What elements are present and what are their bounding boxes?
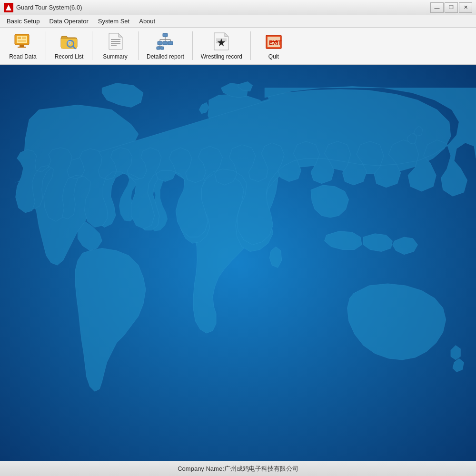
- window-controls: — ❐ ✕: [430, 2, 472, 13]
- maximize-button[interactable]: ❐: [445, 2, 458, 13]
- wrestling-record-icon: [211, 31, 231, 51]
- window-title: Guard Tour System(6.0): [16, 4, 82, 11]
- svg-rect-8: [18, 40, 26, 42]
- title-bar: Guard Tour System(6.0) — ❐ ✕: [0, 0, 476, 15]
- svg-rect-5: [18, 47, 26, 48]
- quit-label: Quit: [268, 53, 279, 60]
- divider-1: [46, 31, 46, 60]
- status-bar: Company Name:广州成鸡电子科技有限公司: [0, 461, 476, 476]
- svg-text:EXIT: EXIT: [269, 40, 282, 46]
- quit-icon: EXIT: [264, 31, 284, 51]
- divider-3: [138, 31, 139, 60]
- svg-rect-22: [158, 41, 162, 45]
- read-data-button[interactable]: Read Data: [4, 29, 42, 62]
- summary-label: Summary: [103, 53, 127, 60]
- menu-system-set[interactable]: System Set: [93, 16, 134, 26]
- svg-rect-4: [20, 45, 24, 47]
- divider-2: [92, 31, 92, 60]
- status-text: Company Name:广州成鸡电子科技有限公司: [178, 465, 298, 473]
- divider-4: [192, 31, 193, 60]
- svg-rect-7: [22, 37, 26, 39]
- menu-bar: Basic Setup Data Operator System Set Abo…: [0, 15, 476, 28]
- read-data-label: Read Data: [9, 53, 36, 60]
- menu-about[interactable]: About: [134, 16, 160, 26]
- divider-5: [250, 31, 251, 60]
- close-button[interactable]: ✕: [459, 2, 472, 13]
- detailed-report-label: Detailed report: [147, 53, 184, 60]
- record-list-icon: [59, 31, 79, 51]
- wrestling-record-label: Wrestling record: [201, 53, 242, 60]
- svg-rect-6: [18, 37, 21, 39]
- world-map: [0, 65, 476, 461]
- record-list-label: Record List: [55, 53, 84, 60]
- read-data-icon: [13, 31, 33, 51]
- menu-data-operator[interactable]: Data Operator: [44, 16, 93, 26]
- svg-rect-27: [157, 47, 160, 50]
- menu-basic-setup[interactable]: Basic Setup: [2, 16, 44, 26]
- minimize-button[interactable]: —: [430, 2, 444, 13]
- summary-icon: [105, 31, 125, 51]
- svg-rect-16: [163, 33, 168, 37]
- title-bar-left: Guard Tour System(6.0): [4, 3, 82, 12]
- toolbar: Read Data Record List Summary: [0, 28, 476, 65]
- svg-rect-23: [163, 41, 168, 45]
- svg-rect-24: [168, 41, 173, 45]
- main-content: [0, 65, 476, 461]
- summary-button[interactable]: Summary: [96, 29, 134, 62]
- record-list-button[interactable]: Record List: [50, 29, 88, 62]
- detailed-report-icon: [155, 31, 175, 51]
- svg-rect-28: [160, 47, 164, 50]
- wrestling-record-button[interactable]: Wrestling record: [197, 29, 247, 62]
- detailed-report-button[interactable]: Detailed report: [142, 29, 188, 62]
- quit-button[interactable]: EXIT Quit: [255, 29, 293, 62]
- app-icon: [4, 3, 13, 12]
